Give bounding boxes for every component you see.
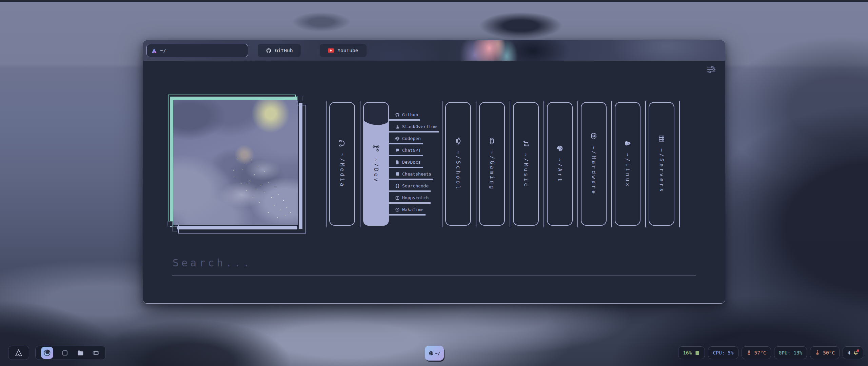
dev-links: Github StackOverflow [389, 102, 437, 226]
book-label: ~/Hardware [591, 146, 597, 195]
dev-link-label: StackOverflow [402, 124, 437, 129]
git-branch-icon [372, 145, 380, 152]
tab-label: YouTube [337, 48, 358, 53]
shelf-line [577, 101, 578, 227]
book-label: ~/School [455, 151, 461, 190]
shelf-line [544, 101, 544, 227]
dev-link-label: Cheatsheets [402, 171, 431, 177]
cpu-icon [590, 132, 597, 140]
lavender-band [299, 103, 302, 229]
notifications-chip[interactable]: 4 [843, 346, 863, 359]
cpu-temp-chip[interactable]: 57°C [742, 346, 771, 359]
main-row: ~/Media ~/Dev [172, 93, 696, 226]
graduation-cap-icon [454, 137, 462, 145]
shelf-line [510, 101, 510, 227]
dock-games[interactable] [92, 349, 100, 357]
book-gaming[interactable]: ~/Gaming [476, 102, 510, 226]
shelf-line [679, 101, 680, 227]
hoppscotch-icon [395, 196, 400, 200]
dock-terminal[interactable] [61, 349, 69, 357]
palette-icon [556, 145, 564, 152]
tab-github[interactable]: GitHub [258, 44, 301, 57]
shelf-line [476, 101, 476, 227]
dev-link-devdocs[interactable]: DevDocs [389, 160, 423, 168]
book-art[interactable]: ~/Art [544, 102, 577, 226]
frame-handle [297, 96, 302, 101]
url-bar[interactable] [146, 44, 248, 57]
dev-link-cheatsheets[interactable]: Cheatsheets [389, 171, 433, 180]
dev-link-label: WakaTime [402, 207, 423, 212]
taskbar-active-window[interactable]: ~/ [425, 346, 444, 361]
sliders-icon[interactable] [707, 65, 716, 74]
dock [35, 346, 106, 360]
dev-link-label: ChatGPT [402, 148, 421, 153]
book-servers[interactable]: ~/Servers [645, 102, 679, 226]
dev-link-hoppscotch[interactable]: Hoppscotch [389, 195, 431, 204]
dock-files[interactable] [76, 349, 84, 357]
cpu-usage-chip[interactable]: CPU: 5% [708, 346, 738, 359]
dev-link-stackoverflow[interactable]: StackOverflow [389, 124, 439, 133]
desktop-wallpaper: GitHub YouTube [0, 0, 868, 366]
book-music[interactable]: ~/Music [510, 102, 544, 226]
window-icon [62, 350, 68, 356]
thermometer-icon [746, 350, 752, 355]
tab-youtube[interactable]: YouTube [320, 44, 366, 57]
ram-usage-chip[interactable]: 16% [678, 346, 705, 359]
document-icon [395, 160, 400, 165]
startpage: ~/Media ~/Dev [143, 61, 725, 303]
ram-usage-value: 16% [683, 350, 692, 355]
bell-icon [853, 350, 859, 355]
book-dev[interactable]: ~/Dev [360, 102, 389, 226]
cpu-usage-value: CPU: 5% [713, 350, 733, 355]
dev-link-label: Hoppscotch [402, 195, 429, 200]
url-input[interactable] [160, 48, 243, 53]
chat-bubble-icon [395, 148, 400, 153]
music-note-icon [522, 140, 530, 147]
headphones-icon [338, 140, 346, 147]
book-label: ~/Dev [373, 158, 379, 183]
cloud-painting [173, 100, 298, 225]
book-linux[interactable]: ~/Linux [611, 102, 645, 226]
shelf-line [360, 101, 360, 227]
shelf-line [611, 101, 612, 227]
lavender-band [175, 226, 297, 229]
stars [173, 100, 174, 101]
search-bar [172, 257, 696, 276]
book-icon [395, 172, 400, 177]
memory-icon [694, 350, 700, 356]
dev-link-codepen[interactable]: Codepen [389, 136, 423, 144]
book-hardware[interactable]: ~/Hardware [577, 102, 611, 226]
dev-link-label: Github [402, 112, 418, 117]
gamepad-icon [488, 137, 496, 145]
shelf-line [442, 101, 442, 227]
gpu-temp-chip[interactable]: 50°C [810, 346, 840, 359]
shelf-line [326, 101, 327, 227]
firefox-icon [43, 349, 51, 357]
dev-link-label: DevDocs [402, 160, 421, 165]
book-school[interactable]: ~/School [442, 102, 476, 226]
book-media[interactable]: ~/Media [326, 102, 360, 226]
book-label: ~/Servers [658, 148, 665, 193]
youtube-favicon [328, 48, 334, 53]
clock-icon [395, 207, 400, 212]
dock-firefox[interactable] [41, 347, 53, 359]
taskbar-left [8, 346, 106, 360]
book-label: ~/Media [339, 153, 346, 188]
dev-link-searchcode[interactable]: {} Searchcode [389, 183, 431, 192]
gpu-usage-chip[interactable]: GPU: 13% [774, 346, 807, 359]
cpu-temp-value: 57°C [754, 350, 766, 355]
codepen-icon [395, 136, 400, 141]
launcher-button[interactable] [8, 346, 29, 360]
thermometer-icon [815, 350, 820, 355]
search-input[interactable] [172, 257, 696, 276]
dev-link-github[interactable]: Github [389, 112, 420, 121]
dev-link-chatgpt[interactable]: ChatGPT [389, 148, 423, 156]
dev-link-wakatime[interactable]: WakaTime [389, 207, 426, 216]
gamepad-icon [92, 349, 100, 357]
stackoverflow-icon [395, 124, 400, 129]
server-rack-icon [658, 135, 665, 142]
teal-band [170, 97, 299, 100]
tab-bar: GitHub YouTube [143, 40, 725, 61]
shelf-line [645, 101, 646, 227]
frame-handle [172, 226, 177, 231]
